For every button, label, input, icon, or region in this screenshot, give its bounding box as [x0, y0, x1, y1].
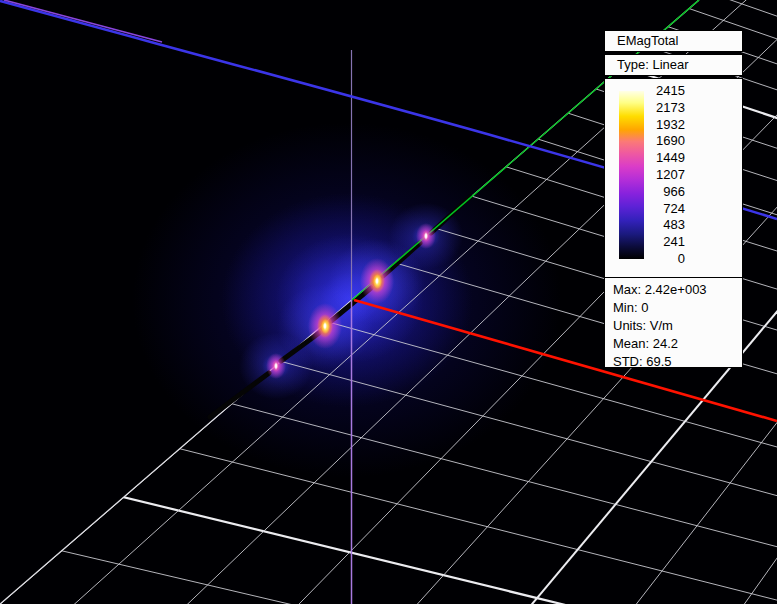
legend-body: 2415217319321690144912079667244832410 Ma… — [604, 78, 743, 368]
dipole-antenna-rod — [210, 197, 470, 417]
legend-panel[interactable]: EMagTotal Type: Linear 24152173193216901… — [604, 30, 743, 368]
stat-max: Max: 2.42e+003 — [613, 281, 740, 299]
colorbar-tick-label: 241 — [643, 234, 685, 251]
colorbar-tick-label: 966 — [643, 184, 685, 201]
colorbar-tick-label: 483 — [643, 217, 685, 234]
colorbar-tick-label: 1932 — [643, 117, 685, 134]
colorbar-tick-label: 2415 — [643, 83, 685, 100]
colorbar-tick-label: 0 — [643, 251, 685, 268]
colorbar-tick-label: 1207 — [643, 167, 685, 184]
stat-units: Units: V/m — [613, 317, 740, 335]
colorbar-tick-label: 1690 — [643, 133, 685, 150]
violet-guide-line — [4, 0, 162, 42]
colorbar-tick-label: 724 — [643, 201, 685, 218]
colorbar-tick-label: 2173 — [643, 100, 685, 117]
legend-stats: Max: 2.42e+003 Min: 0 Units: V/m Mean: 2… — [613, 281, 740, 371]
stat-std: STD: 69.5 — [613, 353, 740, 371]
colorbar-tick-label: 1449 — [643, 150, 685, 167]
colorbar — [619, 91, 644, 259]
simulation-viewport[interactable]: EMagTotal Type: Linear 24152173193216901… — [0, 0, 777, 604]
stat-mean: Mean: 24.2 — [613, 335, 740, 353]
legend-divider — [605, 277, 742, 278]
colorbar-tick-labels: 2415217319321690144912079667244832410 — [643, 83, 685, 268]
stat-min: Min: 0 — [613, 299, 740, 317]
legend-title: EMagTotal — [604, 30, 743, 52]
legend-scale-type: Type: Linear — [604, 54, 743, 76]
